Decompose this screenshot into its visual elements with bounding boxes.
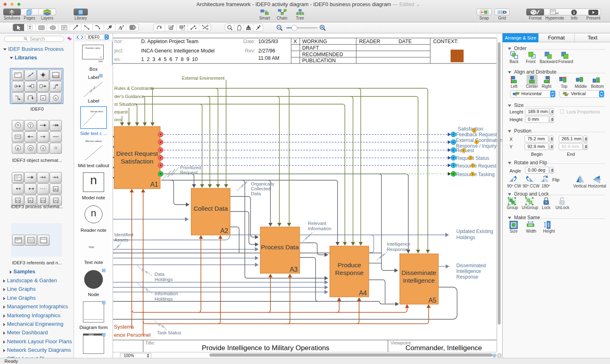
svg-text:1 2 3 4 5 6 7 8 9 10: 1 2 3 4 5 6 7 8 9 10 — [141, 57, 198, 62]
svg-text:Response: Response — [387, 247, 408, 252]
svg-text:A1: A1 — [150, 181, 158, 188]
svg-text:T: T — [463, 149, 465, 152]
svg-text:Assets: Assets — [114, 238, 129, 242]
svg-text:[O]: [O] — [16, 199, 20, 203]
svg-text:D. Appleton Project Team: D. Appleton Project Team — [141, 39, 198, 44]
svg-text:DATE: DATE — [399, 39, 412, 44]
svg-text:2/27/96: 2/27/96 — [258, 48, 275, 54]
svg-text:T: T — [473, 129, 475, 132]
svg-text:Produce: Produce — [338, 262, 361, 268]
svg-text:10/25/93: 10/25/93 — [258, 39, 278, 44]
svg-text:Holdings: Holdings — [155, 296, 173, 301]
svg-text:[&]: [&] — [28, 199, 33, 203]
svg-text:Relevant: Relevant — [308, 221, 327, 226]
svg-text:Feedback Request: Feedback Request — [456, 132, 497, 137]
svg-text:INCA Generic Intelligence Mode: INCA Generic Intelligence Model — [141, 48, 215, 54]
svg-text:Collect Data: Collect Data — [194, 205, 228, 212]
svg-text:Title:: Title: — [145, 340, 155, 345]
svg-text:ject:: ject: — [114, 48, 124, 54]
svg-text:i: i — [573, 10, 575, 15]
svg-text:A3: A3 — [290, 266, 298, 273]
svg-text:Satisfaction: Satisfaction — [121, 158, 153, 165]
svg-text:Organically: Organically — [251, 181, 274, 186]
svg-text:Direct Request: Direct Request — [116, 150, 158, 157]
svg-text:T: T — [472, 164, 474, 167]
svg-text:Resource Tasking: Resource Tasking — [456, 172, 495, 177]
svg-text:CONTEXT:: CONTEXT: — [433, 39, 458, 44]
svg-text:11:08 AM: 11:08 AM — [258, 55, 279, 61]
svg-text:Resource Request: Resource Request — [456, 163, 497, 169]
svg-text:Information: Information — [155, 291, 178, 296]
svg-text:X: X — [294, 39, 297, 44]
svg-text:READER: READER — [359, 39, 380, 44]
svg-text:es:: es: — [114, 57, 121, 62]
svg-text:Data: Data — [251, 191, 261, 196]
svg-text:[X]: [X] — [54, 199, 58, 203]
svg-text:Data: Data — [155, 272, 165, 277]
svg-text:[O]: [O] — [41, 199, 46, 203]
svg-text:Intelligence: Intelligence — [403, 277, 435, 284]
svg-text:Request: Request — [180, 170, 198, 175]
svg-text:Information: Information — [308, 226, 331, 231]
svg-text:equest: equest — [114, 109, 128, 114]
svg-text:st Situation: st Situation — [114, 102, 136, 107]
svg-text:T: T — [472, 173, 474, 176]
svg-text:DRAFT: DRAFT — [302, 45, 319, 51]
svg-text:Holdings: Holdings — [456, 235, 475, 240]
svg-text:Collected: Collected — [251, 186, 270, 191]
svg-text:ence Personnel: ence Personnel — [114, 332, 150, 338]
svg-text:Response: Response — [335, 269, 364, 276]
svg-text:[&]: [&] — [54, 187, 58, 191]
svg-text:A2: A2 — [220, 227, 228, 234]
svg-text:n: n — [55, 96, 57, 100]
svg-text:Disseminated: Disseminated — [456, 263, 486, 268]
svg-text:Task Status: Task Status — [157, 330, 181, 335]
svg-text:&: & — [17, 146, 19, 150]
svg-text:T: T — [476, 141, 478, 144]
svg-text:Holdings: Holdings — [155, 277, 173, 282]
svg-text:Updated Existing: Updated Existing — [456, 229, 493, 234]
svg-text:Prioritized: Prioritized — [180, 165, 201, 170]
svg-text:ons: ons — [114, 117, 122, 122]
svg-text:WORKING: WORKING — [302, 39, 327, 44]
svg-text:Identified: Identified — [114, 232, 133, 237]
svg-text:Systems: Systems — [114, 324, 134, 330]
svg-text:n: n — [42, 96, 44, 100]
svg-text:Satisfaction: Satisfaction — [458, 126, 483, 132]
svg-text:X: X — [42, 146, 44, 150]
svg-text:Commander, Intelligence: Commander, Intelligence — [405, 344, 482, 352]
svg-text:T: T — [470, 157, 472, 159]
svg-text:External Environment: External Environment — [182, 76, 224, 81]
svg-text:Disseminate: Disseminate — [401, 269, 436, 276]
svg-text:PUBLICATION: PUBLICATION — [302, 58, 336, 63]
svg-text:RECOMMENDED: RECOMMENDED — [302, 52, 343, 57]
svg-text:der's Guidance: der's Guidance — [114, 94, 144, 99]
svg-text:Rev:: Rev: — [245, 48, 255, 54]
svg-text:A5: A5 — [428, 297, 436, 304]
svg-text:Process Data: Process Data — [261, 244, 298, 251]
svg-text:Provide Intelligence to Milita: Provide Intelligence to Military Operati… — [202, 344, 329, 352]
svg-text:A4: A4 — [359, 290, 367, 296]
svg-text:O: O — [29, 146, 32, 150]
svg-text:Response: Response — [456, 274, 478, 280]
svg-text:Date:: Date: — [243, 39, 255, 44]
svg-text:oo: oo — [555, 11, 559, 15]
svg-text:Intelligence: Intelligence — [387, 242, 410, 246]
svg-text:T: T — [28, 25, 31, 30]
svg-text:Rules & Constraints: Rules & Constraints — [114, 86, 154, 91]
svg-text:Intelligence: Intelligence — [456, 268, 481, 274]
svg-text:External Coordination: External Coordination — [456, 137, 502, 143]
svg-text:hor:: hor: — [114, 39, 123, 44]
